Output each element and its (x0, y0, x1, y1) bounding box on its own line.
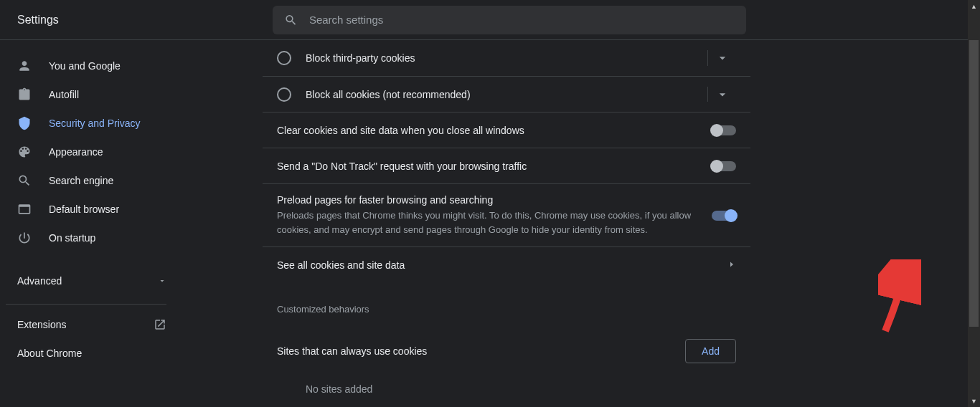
sidebar-advanced[interactable]: Advanced (0, 267, 184, 295)
toggle-clear-cookies[interactable] (712, 125, 736, 135)
sidebar: You and Google Autofill Security and Pri… (0, 40, 184, 407)
sidebar-item-appearance[interactable]: Appearance (0, 138, 184, 166)
add-button[interactable]: Add (685, 339, 736, 363)
shield-icon (17, 116, 32, 130)
option-block-third-party[interactable]: Block third-party cookies (263, 40, 750, 76)
sidebar-item-you-and-google[interactable]: You and Google (0, 52, 184, 80)
no-sites-message: No sites added (263, 373, 750, 405)
sidebar-item-label: On startup (49, 232, 95, 244)
extensions-label: Extensions (17, 319, 66, 330)
sidebar-item-label: Appearance (49, 146, 103, 158)
annotation-arrow (878, 259, 921, 338)
open-external-icon (154, 318, 166, 331)
chevron-down-icon (158, 277, 166, 285)
option-label: Block all cookies (not recommended) (306, 89, 699, 100)
page-title: Settings (0, 14, 273, 27)
option-label: Clear cookies and site data when you clo… (277, 125, 703, 136)
advanced-label: Advanced (17, 275, 62, 287)
scrollbar-thumb[interactable] (969, 40, 979, 327)
sidebar-item-default-browser[interactable]: Default browser (0, 195, 184, 224)
sidebar-item-label: Security and Privacy (49, 118, 141, 129)
search-container[interactable] (273, 6, 746, 34)
option-clear-cookies-on-close: Clear cookies and site data when you clo… (263, 112, 750, 148)
power-icon (17, 231, 32, 245)
search-input[interactable] (309, 14, 735, 26)
row-label: Sites that can always use cookies (277, 345, 685, 357)
option-label: Send a "Do Not Track" request with your … (277, 161, 703, 172)
sidebar-item-search-engine[interactable]: Search engine (0, 166, 184, 195)
expand-button[interactable] (707, 87, 736, 102)
sidebar-item-label: Search engine (49, 175, 113, 186)
divider (6, 304, 166, 305)
row-sites-always-cookies: Sites that can always use cookies Add (263, 329, 750, 373)
sidebar-item-label: You and Google (49, 60, 121, 72)
option-see-all-cookies[interactable]: See all cookies and site data (263, 246, 750, 282)
sidebar-item-autofill[interactable]: Autofill (0, 80, 184, 109)
person-icon (17, 59, 32, 73)
toggle-preload[interactable] (712, 211, 736, 221)
radio-icon[interactable] (277, 51, 291, 65)
browser-icon (17, 202, 32, 216)
expand-button[interactable] (707, 50, 736, 66)
sidebar-about-chrome[interactable]: About Chrome (0, 339, 184, 368)
scroll-down-icon[interactable]: ▼ (968, 395, 980, 407)
section-customized-behaviors: Customized behaviors (263, 282, 750, 329)
sidebar-item-on-startup[interactable]: On startup (0, 224, 184, 252)
sidebar-item-label: Autofill (49, 89, 79, 100)
palette-icon (17, 145, 32, 159)
clipboard-icon (17, 87, 32, 102)
scroll-up-icon[interactable]: ▲ (968, 0, 980, 12)
radio-icon[interactable] (277, 87, 291, 102)
sidebar-extensions[interactable]: Extensions (0, 310, 184, 339)
option-preload-pages: Preload pages for faster browsing and se… (263, 183, 750, 246)
sidebar-item-label: Default browser (49, 204, 119, 215)
scrollbar[interactable]: ▲ ▼ (968, 0, 980, 407)
option-description: Preloads pages that Chrome thinks you mi… (277, 209, 703, 236)
option-label: Preload pages for faster browsing and se… (277, 194, 703, 206)
search-icon (284, 13, 298, 27)
toggle-dnt[interactable] (712, 161, 736, 171)
option-label: See all cookies and site data (277, 259, 719, 271)
sidebar-item-security-privacy[interactable]: Security and Privacy (0, 109, 184, 138)
about-label: About Chrome (17, 348, 82, 359)
option-block-all-cookies[interactable]: Block all cookies (not recommended) (263, 76, 750, 112)
search-icon (17, 173, 32, 188)
chevron-right-icon (727, 259, 736, 272)
option-do-not-track: Send a "Do Not Track" request with your … (263, 148, 750, 183)
main-content: Block third-party cookies Block all cook… (184, 40, 980, 407)
option-label: Block third-party cookies (306, 52, 699, 64)
